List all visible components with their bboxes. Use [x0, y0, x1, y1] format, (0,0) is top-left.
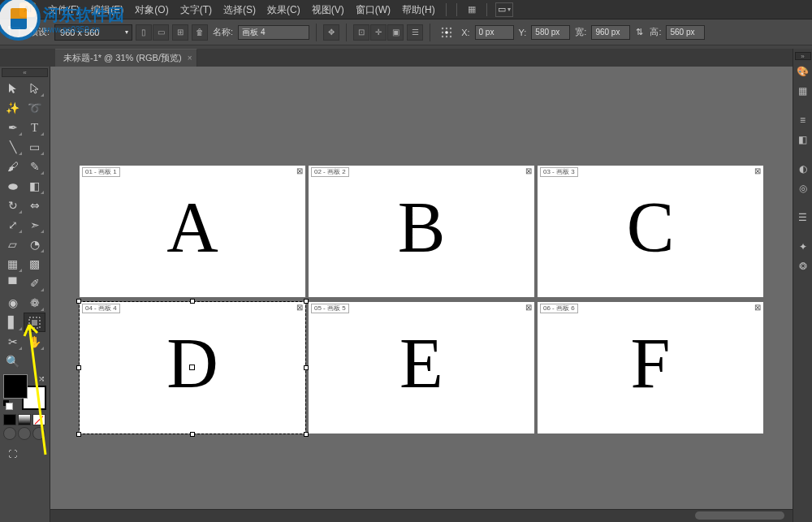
selection-handle[interactable]	[76, 432, 81, 437]
y-input[interactable]	[531, 25, 570, 40]
panel-expand-grip[interactable]: »	[795, 52, 811, 60]
tools-collapse-grip[interactable]: «	[2, 68, 48, 77]
selection-handle[interactable]	[76, 299, 81, 304]
swap-fill-stroke-icon[interactable]: ⤭	[38, 374, 45, 383]
artboard-4[interactable]: 04 - 画板 4 ⊠ D	[80, 302, 305, 434]
height-input[interactable]	[666, 25, 705, 40]
color-mode-solid[interactable]	[3, 414, 16, 425]
symbols-panel-icon[interactable]: ❂	[795, 258, 811, 274]
mesh-tool[interactable]: ▩	[24, 254, 45, 274]
rotate-tool[interactable]: ↻	[2, 196, 24, 215]
swatches-panel-icon[interactable]: ▦	[795, 83, 811, 99]
document-tab[interactable]: 未标题-1* @ 31% (RGB/预览) ×	[55, 49, 197, 67]
magic-wand-tool[interactable]: ✨	[2, 98, 24, 118]
slice-tool[interactable]: ✂	[2, 332, 24, 352]
appearance-panel-icon[interactable]: ◎	[795, 180, 811, 196]
artboard-options-button[interactable]: ☰	[407, 24, 423, 41]
artboard-1[interactable]: 01 - 画板 1 ⊠ A	[80, 166, 305, 297]
paintbrush-tool[interactable]: 🖌	[2, 157, 24, 176]
stroke-panel-icon[interactable]: ≡	[795, 112, 811, 128]
brushes-panel-icon[interactable]: ✦	[795, 239, 811, 255]
menu-effect[interactable]: 效果(C)	[261, 0, 306, 19]
eraser-tool[interactable]: ◧	[24, 176, 45, 196]
menu-select[interactable]: 选择(S)	[218, 0, 261, 19]
menu-window[interactable]: 窗口(W)	[350, 0, 396, 19]
column-graph-tool[interactable]: ▋	[2, 313, 24, 332]
fill-swatch[interactable]	[3, 374, 28, 399]
tools-panel: « ✨ ➰ ✒ T ╲ ▭ 🖌 ✎ ⬬ ◧ ↻ ⇔ ⤢ ➣ ▱ ◔ ▦ ▩ ▀ …	[0, 67, 50, 522]
artboard-3[interactable]: 03 - 画板 3 ⊠ C	[538, 166, 763, 297]
show-cross-hairs-button[interactable]: ✛	[370, 24, 387, 41]
transparency-panel-icon[interactable]: ◐	[795, 161, 811, 177]
x-input[interactable]	[475, 25, 514, 40]
artboard-close-icon[interactable]: ⊠	[296, 304, 304, 312]
selection-handle[interactable]	[190, 432, 195, 437]
reflect-tool[interactable]: ⇔	[24, 196, 45, 215]
default-fill-stroke-icon[interactable]	[3, 400, 13, 410]
reference-point-icon[interactable]	[437, 23, 456, 42]
show-safe-areas-button[interactable]: ▣	[387, 24, 404, 41]
shape-builder-tool[interactable]: ◔	[24, 235, 45, 254]
canvas-area[interactable]: 01 - 画板 1 ⊠ A 02 - 画板 2 ⊠ B 03 - 画板 3 ⊠ …	[50, 67, 793, 522]
type-tool[interactable]: T	[24, 118, 45, 137]
horizontal-scrollbar[interactable]	[50, 509, 793, 522]
menu-type[interactable]: 文字(T)	[175, 0, 218, 19]
blend-tool[interactable]: ◉	[2, 293, 24, 313]
rectangle-tool[interactable]: ▭	[24, 137, 45, 157]
artboard-name-input[interactable]	[238, 25, 309, 40]
blob-brush-tool[interactable]: ⬬	[2, 176, 24, 196]
fill-stroke-swatch[interactable]: ⤭	[3, 374, 46, 410]
show-center-mark-button[interactable]: ⊡	[353, 24, 369, 41]
artboard-close-icon[interactable]: ⊠	[525, 304, 533, 312]
draw-normal[interactable]	[3, 427, 16, 440]
gradient-tool[interactable]: ▀	[2, 274, 24, 293]
move-with-artboard-button[interactable]: ✥	[323, 24, 339, 41]
artboard-close-icon[interactable]: ⊠	[754, 167, 762, 175]
perspective-grid-tool[interactable]: ▦	[2, 254, 24, 274]
lasso-tool[interactable]: ➰	[24, 98, 45, 118]
new-artboard-button[interactable]: ⊞	[172, 24, 188, 41]
color-panel-icon[interactable]: 🎨	[795, 63, 811, 80]
artboard-close-icon[interactable]: ⊠	[296, 167, 304, 175]
width-tool[interactable]: ➣	[24, 215, 45, 235]
line-tool[interactable]: ╲	[2, 137, 24, 157]
draw-inside[interactable]	[32, 427, 45, 440]
arrange-documents-button[interactable]: ▭	[495, 2, 513, 17]
menu-view[interactable]: 视图(V)	[306, 0, 350, 19]
orientation-landscape-button[interactable]: ▭	[153, 24, 169, 41]
link-wh-icon[interactable]: ⇅	[633, 23, 645, 42]
artboard-tool[interactable]	[24, 313, 45, 332]
screen-mode-button[interactable]: ⛶	[2, 444, 24, 464]
layers-panel-icon[interactable]: ☰	[795, 209, 811, 226]
artboard-5[interactable]: 05 - 画板 5 ⊠ E	[309, 302, 534, 434]
artboard-6[interactable]: 06 - 画板 6 ⊠ F	[538, 302, 763, 434]
scrollbar-thumb[interactable]	[695, 511, 784, 520]
close-icon[interactable]: ×	[188, 54, 192, 63]
menu-help[interactable]: 帮助(H)	[396, 0, 441, 19]
pencil-tool[interactable]: ✎	[24, 157, 45, 176]
selection-tool[interactable]	[2, 79, 24, 98]
direct-selection-tool[interactable]	[24, 79, 45, 98]
pen-tool[interactable]: ✒	[2, 118, 24, 137]
hand-tool[interactable]: ✋	[24, 332, 45, 352]
symbol-sprayer-tool[interactable]: ❁	[24, 293, 45, 313]
selection-handle[interactable]	[76, 365, 81, 370]
gradient-panel-icon[interactable]: ◧	[795, 132, 811, 148]
free-transform-tool[interactable]: ▱	[2, 235, 24, 254]
selection-handle[interactable]	[190, 299, 195, 304]
zoom-tool[interactable]: 🔍	[2, 352, 24, 371]
artboard-close-icon[interactable]: ⊠	[525, 167, 533, 175]
delete-artboard-button[interactable]: 🗑	[192, 24, 208, 41]
eyedropper-tool[interactable]: ✐	[24, 274, 45, 293]
width-input[interactable]	[591, 25, 630, 40]
menu-object[interactable]: 对象(O)	[129, 0, 174, 19]
bridge-icon[interactable]: ▦	[464, 2, 479, 17]
artboard-close-icon[interactable]: ⊠	[754, 304, 762, 312]
color-mode-none[interactable]	[32, 414, 45, 425]
orientation-portrait-button[interactable]: ▯	[136, 24, 152, 41]
draw-behind[interactable]	[18, 427, 31, 440]
artboard-2[interactable]: 02 - 画板 2 ⊠ B	[309, 166, 534, 297]
color-mode-gradient[interactable]	[18, 414, 31, 425]
separator	[346, 24, 347, 41]
scale-tool[interactable]: ⤢	[2, 215, 24, 235]
